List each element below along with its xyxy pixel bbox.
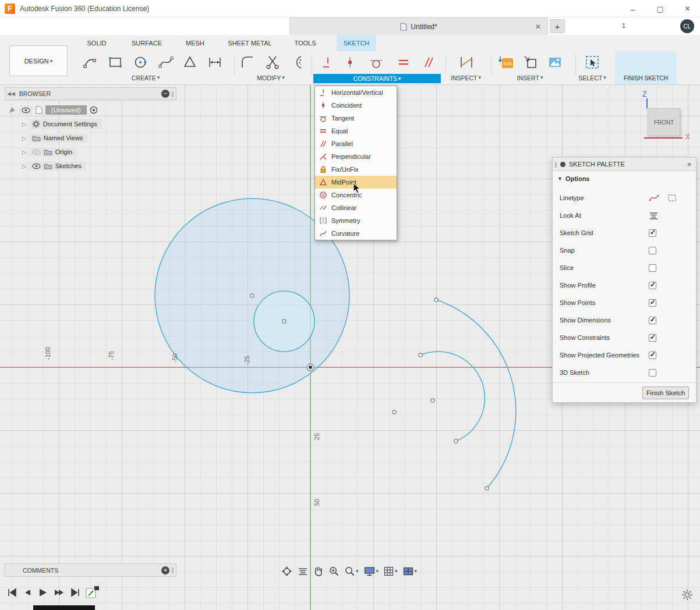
- tangent-constraint-icon[interactable]: [369, 56, 383, 69]
- collapse-chevrons-icon[interactable]: ◀◀: [7, 91, 15, 97]
- step-back-icon[interactable]: [23, 587, 32, 598]
- skip-to-end-icon[interactable]: [70, 587, 82, 598]
- show-constraints-checkbox[interactable]: [649, 334, 656, 342]
- settings-gear-icon[interactable]: [681, 589, 693, 601]
- sketch-palette-header[interactable]: ∥ SKETCH PALETTE »: [553, 158, 696, 171]
- circle-tool-icon[interactable]: [133, 55, 148, 70]
- insert-derive-icon[interactable]: [523, 55, 538, 70]
- snap-checkbox[interactable]: [649, 247, 656, 254]
- polygon-tool-icon[interactable]: [182, 55, 197, 70]
- line-tool-icon[interactable]: [83, 55, 98, 70]
- browser-row-sketches[interactable]: ▷ Sketches: [22, 160, 86, 172]
- browser-grip-icon[interactable]: ∥: [171, 91, 174, 97]
- browser-minimize-icon[interactable]: −: [161, 90, 169, 98]
- palette-expand-icon[interactable]: »: [687, 160, 691, 168]
- sketch-grid-checkbox[interactable]: [649, 229, 656, 237]
- rectangle-tool-icon[interactable]: [108, 55, 123, 70]
- show-dimensions-checkbox[interactable]: [649, 317, 656, 324]
- offset-tool-icon[interactable]: [289, 55, 305, 70]
- insert-canvas-image-icon[interactable]: [547, 55, 563, 70]
- activate-target-icon[interactable]: [90, 106, 98, 114]
- browser-root-row[interactable]: (Unsaved): [8, 104, 98, 116]
- user-avatar[interactable]: CL: [680, 19, 694, 33]
- show-profile-checkbox[interactable]: [649, 282, 656, 289]
- horizontal-vertical-constraint-icon[interactable]: [321, 56, 334, 69]
- menu-item-parallel[interactable]: Parallel: [315, 137, 397, 150]
- create-group-label[interactable]: CREATE: [116, 75, 175, 81]
- linetype-spline-icon[interactable]: [649, 194, 659, 202]
- viewports-icon[interactable]: [403, 567, 418, 576]
- comments-panel-header[interactable]: COMMENTS + ∥: [5, 563, 176, 577]
- expand-chevron-icon[interactable]: ▷: [22, 163, 27, 169]
- timeline-scrollbar[interactable]: [33, 605, 95, 610]
- look-at-icon[interactable]: [649, 211, 659, 219]
- menu-item-coincident[interactable]: Coincident: [315, 99, 397, 112]
- insert-group-label[interactable]: INSERT: [501, 75, 559, 81]
- step-forward-icon[interactable]: [53, 587, 65, 598]
- grid-settings-icon[interactable]: [384, 566, 398, 576]
- palette-grip-icon[interactable]: ∥: [554, 161, 557, 168]
- workspace-selector[interactable]: DESIGN: [9, 45, 68, 76]
- viewcube[interactable]: Z FRONT X: [638, 90, 696, 146]
- play-icon[interactable]: [37, 587, 48, 598]
- finish-sketch-button[interactable]: Finish Sketch: [642, 386, 689, 399]
- zoom-icon[interactable]: [328, 566, 339, 576]
- menu-item-tangent[interactable]: Tangent: [315, 112, 397, 125]
- tab-mesh[interactable]: MESH: [178, 35, 212, 51]
- parallel-constraint-icon[interactable]: [422, 56, 434, 69]
- spline-tool-icon[interactable]: [158, 55, 174, 70]
- menu-item-horizontal-vertical[interactable]: Horizontal/Vertical: [315, 86, 397, 99]
- expand-chevron-icon[interactable]: ▷: [22, 135, 27, 141]
- select-group-label[interactable]: SELECT: [563, 75, 621, 81]
- trim-tool-icon[interactable]: [265, 55, 280, 70]
- visibility-toggle[interactable]: [19, 106, 33, 115]
- document-name[interactable]: (Unsaved): [45, 105, 87, 115]
- equal-constraint-icon[interactable]: [397, 56, 410, 69]
- skip-to-start-icon[interactable]: [6, 587, 17, 598]
- linetype-construction-icon[interactable]: [667, 194, 677, 202]
- menu-item-equal[interactable]: Equal: [315, 125, 397, 137]
- menu-item-curvature[interactable]: Curvature: [315, 227, 397, 240]
- browser-row-origin[interactable]: ▷ Origin: [22, 146, 77, 158]
- finish-sketch-label[interactable]: FINISH SKETCH: [615, 75, 677, 81]
- maximize-button[interactable]: [646, 0, 674, 17]
- tab-tools[interactable]: TOOLS: [288, 35, 323, 51]
- section-collapse-icon[interactable]: ▼: [557, 176, 563, 182]
- show-points-checkbox[interactable]: [649, 299, 656, 307]
- tab-surface[interactable]: SURFACE: [123, 35, 170, 51]
- constraints-group-button[interactable]: CONSTRAINTS: [313, 74, 441, 83]
- fillet-tool-icon[interactable]: [240, 55, 255, 70]
- measure-tool-icon[interactable]: [459, 55, 474, 70]
- new-tab-button[interactable]: [550, 19, 565, 33]
- minimize-button[interactable]: [619, 0, 646, 17]
- eye-icon[interactable]: [32, 163, 41, 169]
- browser-row-named-views[interactable]: ▷ Named Views: [22, 132, 87, 144]
- expand-chevron-icon[interactable]: ▷: [22, 149, 27, 155]
- 3d-sketch-checkbox[interactable]: [649, 369, 656, 377]
- inspect-group-label[interactable]: INSPECT: [437, 75, 495, 81]
- menu-item-fix-unfix[interactable]: Fix/UnFix: [315, 163, 397, 176]
- timeline-sketch-marker[interactable]: [85, 585, 100, 599]
- tab-sketch[interactable]: SKETCH: [337, 35, 376, 51]
- comments-grip-icon[interactable]: ∥: [171, 567, 174, 573]
- modify-group-label[interactable]: MODIFY: [242, 75, 300, 81]
- dimension-tool-icon[interactable]: [207, 55, 222, 70]
- close-button[interactable]: [674, 0, 700, 17]
- display-settings-icon[interactable]: [364, 566, 379, 576]
- coincident-constraint-icon[interactable]: [344, 56, 356, 69]
- viewcube-front-face[interactable]: FRONT: [648, 108, 680, 136]
- comments-add-icon[interactable]: +: [161, 566, 169, 574]
- eye-ghost-icon[interactable]: [32, 149, 41, 155]
- tab-close-icon[interactable]: [533, 22, 543, 31]
- insert-svg-icon[interactable]: SVG: [499, 55, 514, 70]
- show-projected-geometries-checkbox[interactable]: [649, 352, 656, 359]
- document-tab[interactable]: Untitled*: [289, 17, 548, 35]
- menu-item-perpendicular[interactable]: Perpendicular: [315, 150, 397, 163]
- select-tool-icon[interactable]: [585, 55, 600, 70]
- menu-item-collinear[interactable]: Collinear: [315, 201, 397, 214]
- zoom-window-icon[interactable]: [344, 566, 359, 576]
- tab-solid[interactable]: SOLID: [80, 35, 113, 51]
- pan-icon[interactable]: [313, 566, 323, 576]
- options-section-header[interactable]: ▼ Options: [553, 171, 696, 186]
- menu-item-symmetry[interactable]: Symmetry: [315, 214, 397, 227]
